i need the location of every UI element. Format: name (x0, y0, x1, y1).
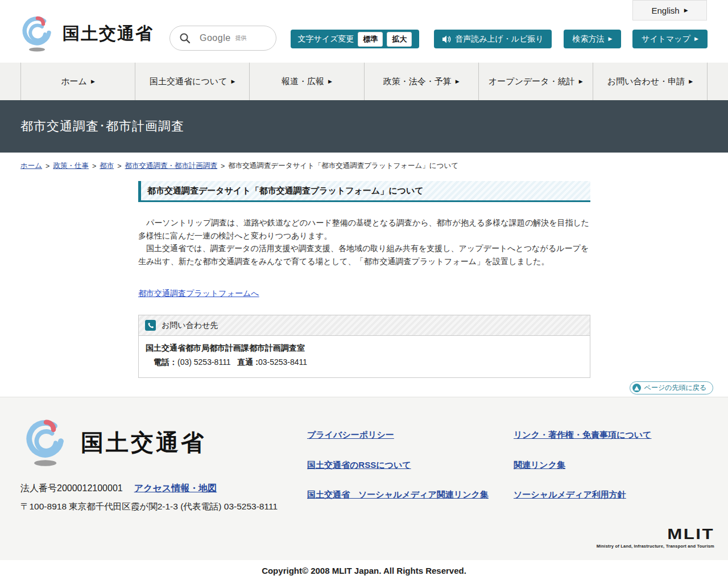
nav-item-contact[interactable]: お問い合わせ・申請 ▶ (593, 63, 708, 100)
contact-box: お問い合わせ先 国土交通省都市局都市計画課都市計画調査室 電話：(03) 525… (138, 315, 590, 378)
english-language-button[interactable]: English ▶ (632, 0, 707, 20)
contact-department: 国土交通省都市局都市計画課都市計画調査室 (146, 343, 583, 353)
global-navigation: ホーム ▶ 国土交通省について ▶ 報道・広報 ▶ 政策・法令・予算 ▶ オープ… (0, 63, 728, 100)
search-method-label: 検索方法 (573, 34, 605, 44)
direct-number: 03-5253-8411 (258, 357, 307, 367)
breadcrumb-link-survey[interactable]: 都市交通調査・都市計画調査 (125, 161, 218, 171)
chevron-right-icon: ▶ (328, 79, 332, 84)
nav-item-label: オープンデータ・統計 (489, 76, 575, 87)
mlit-emblem-icon (20, 418, 72, 467)
contact-box-body: 国土交通省都市局都市計画課都市計画調査室 電話：(03) 5253-8111 直… (139, 336, 590, 377)
text-to-speech-label: 音声読み上げ・ルビ振り (455, 34, 544, 44)
direct-label: 直通 : (237, 357, 258, 367)
chevron-right-icon: ▶ (91, 79, 95, 84)
paragraph: 国土交通省では、調査データの活用支援や調査支援、各地域の取り組み共有を支援し、ア… (138, 242, 590, 268)
nav-item-label: 政策・法令・予算 (383, 76, 452, 87)
font-size-large-button[interactable]: 拡大 (387, 32, 412, 47)
article-body: パーソントリップ調査は、道路や鉄道などのハード整備の基礎となる調査から、都市が抱… (138, 216, 590, 268)
breadcrumb-link-home[interactable]: ホーム (20, 161, 42, 171)
phone-number: (03) 5253-8111 (177, 357, 231, 367)
main-content: 都市交通調査データサイト「都市交通調査プラットフォーム」について パーソントリッ… (138, 181, 590, 378)
site-header: 国土交通省 Google 提供 文字サイズ変更 標準 拡大 音声読み上げ・ルビ振… (0, 0, 728, 63)
nav-item-label: ホーム (61, 76, 87, 87)
breadcrumb-separator: > (92, 162, 96, 170)
phone-icon (145, 320, 156, 331)
footer-address: 〒100-8918 東京都千代田区霞が関2-1-3 (代表電話) 03-5253… (20, 501, 278, 513)
chevron-right-icon: ▶ (684, 8, 688, 13)
access-map-link[interactable]: アクセス情報・地図 (134, 483, 217, 495)
copyright-text: Copyright© 2008 MLIT Japan. All Rights R… (262, 566, 466, 588)
site-footer: 国土交通省 法人番号2000012100001 アクセス情報・地図 〒100-8… (0, 397, 728, 560)
breadcrumb-current: 都市交通調査データサイト「都市交通調査プラットフォーム」について (228, 161, 458, 171)
corporate-number: 法人番号2000012100001 (20, 483, 123, 495)
footer-corporate-line: 法人番号2000012100001 アクセス情報・地図 (20, 483, 217, 495)
font-size-control: 文字サイズ変更 標準 拡大 (291, 30, 419, 48)
breadcrumb-link-policy[interactable]: 政策・仕事 (53, 161, 89, 171)
page-title: 都市交通調査･都市計画調査 (20, 118, 184, 135)
footer-link-social-media-links[interactable]: 国土交通省 ソーシャルメディア関連リンク集 (307, 490, 489, 500)
contact-phone-line: 電話：(03) 5253-8111 直通 :03-5253-8411 (146, 357, 583, 368)
paragraph: パーソントリップ調査は、道路や鉄道などのハード整備の基礎となる調査から、都市が抱… (138, 216, 590, 242)
font-size-label: 文字サイズ変更 (298, 34, 354, 44)
font-size-standard-button[interactable]: 標準 (358, 32, 383, 47)
search-provided-label: 提供 (235, 34, 247, 42)
nav-item-press[interactable]: 報道・広報 ▶ (249, 63, 363, 100)
back-to-top-button[interactable]: ページの先頭に戻る (630, 381, 713, 394)
contact-box-header: お問い合わせ先 (139, 315, 590, 336)
nav-item-label: お問い合わせ・申請 (607, 76, 685, 87)
search-provider-label: Google (200, 33, 231, 43)
nav-item-home[interactable]: ホーム ▶ (20, 63, 135, 100)
search-icon (179, 32, 191, 44)
footer-logo: 国土交通省 (20, 418, 206, 467)
mlit-wordmark-text: MLIT (567, 527, 714, 541)
chevron-right-icon: ▶ (231, 79, 235, 84)
footer-link-privacy-policy[interactable]: プライバシーポリシー (307, 430, 394, 441)
mlit-wordmark-tagline: Ministry of Land, Infrastructure, Transp… (597, 544, 714, 549)
chevron-right-icon: ▶ (609, 36, 613, 42)
page-banner: 都市交通調査･都市計画調査 (0, 100, 728, 153)
copyright-bar: Copyright© 2008 MLIT Japan. All Rights R… (0, 560, 728, 588)
footer-link-related-links[interactable]: 関連リンク集 (514, 460, 565, 471)
site-logo[interactable]: 国土交通省 (20, 15, 154, 52)
sitemap-button[interactable]: サイトマップ ▶ (632, 30, 708, 48)
text-to-speech-button[interactable]: 音声読み上げ・ルビ振り (434, 30, 552, 48)
sitemap-label: サイトマップ (642, 34, 690, 44)
phone-label: 電話： (154, 357, 177, 367)
nav-item-policy[interactable]: 政策・法令・予算 ▶ (364, 63, 478, 100)
nav-item-about-mlit[interactable]: 国土交通省について ▶ (135, 63, 249, 100)
site-brand-name: 国土交通省 (63, 22, 154, 46)
breadcrumb-link-city[interactable]: 都市 (100, 161, 114, 171)
footer-link-copyright-disclaimer[interactable]: リンク・著作権・免責事項について (514, 430, 651, 441)
chevron-right-icon: ▶ (579, 79, 583, 84)
mlit-wordmark: MLIT Ministry of Land, Infrastructure, T… (597, 527, 714, 549)
breadcrumb-separator: > (46, 162, 49, 170)
breadcrumb-separator: > (221, 162, 225, 170)
chevron-right-icon: ▶ (689, 79, 693, 84)
footer-link-rss[interactable]: 国土交通省のRSSについて (307, 460, 411, 471)
breadcrumb: ホーム > 政策・仕事 > 都市 > 都市交通調査・都市計画調査 > 都市交通調… (20, 161, 709, 171)
article-heading: 都市交通調査データサイト「都市交通調査プラットフォーム」について (138, 181, 590, 202)
footer-brand-name: 国土交通省 (81, 427, 206, 458)
arrow-up-icon (632, 384, 641, 392)
contact-header-label: お問い合わせ先 (162, 320, 218, 331)
english-label: English (651, 6, 679, 15)
nav-item-label: 国土交通省について (150, 76, 227, 87)
search-method-button[interactable]: 検索方法 ▶ (564, 30, 621, 48)
chevron-right-icon: ▶ (456, 79, 460, 84)
speaker-icon (442, 35, 451, 44)
mlit-emblem-icon (20, 15, 55, 52)
chevron-right-icon: ▶ (694, 36, 698, 42)
footer-link-social-media-policy[interactable]: ソーシャルメディア利用方針 (514, 490, 626, 500)
search-input[interactable]: Google 提供 (169, 26, 276, 51)
nav-item-open-data[interactable]: オープンデータ・統計 ▶ (478, 63, 593, 100)
platform-link[interactable]: 都市交通調査プラットフォームへ (138, 289, 259, 299)
breadcrumb-separator: > (117, 162, 121, 170)
nav-item-label: 報道・広報 (282, 76, 324, 87)
back-to-top-label: ページの先頭に戻る (644, 383, 706, 393)
